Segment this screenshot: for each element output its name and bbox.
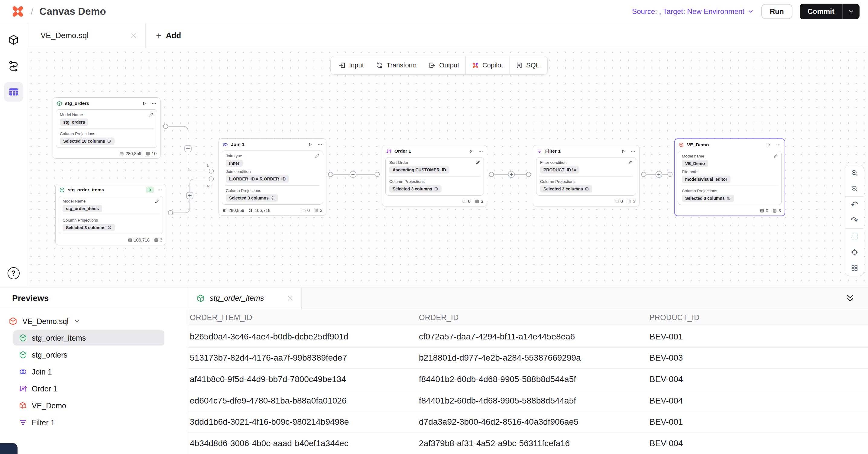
edit-icon[interactable] [475, 160, 480, 165]
output-port[interactable] [642, 172, 646, 177]
join-condition-pill[interactable]: L.ORDER_ID = R.ORDER_ID [226, 175, 289, 183]
join-left-input-port[interactable] [209, 169, 214, 174]
node-menu-button[interactable] [776, 142, 781, 148]
dbt-logo-icon[interactable] [11, 4, 25, 19]
node-order-1[interactable]: Order 1 Sort Order Ascending CUSTOMER_ID… [382, 145, 487, 207]
node-menu-button[interactable] [478, 149, 483, 154]
node-header: Filter 1 [533, 145, 639, 157]
edit-icon[interactable] [773, 154, 778, 159]
input-port[interactable] [526, 172, 531, 177]
zoom-in-button[interactable] [845, 165, 864, 181]
close-icon[interactable] [286, 294, 294, 302]
output-port[interactable] [163, 124, 168, 129]
projections-pill[interactable]: Selected 3 columns [63, 224, 115, 231]
help-button[interactable]: ? [4, 264, 23, 283]
input-port[interactable] [375, 172, 380, 177]
edit-icon[interactable] [315, 154, 319, 158]
cube-icon [19, 351, 27, 359]
output-port[interactable] [489, 172, 494, 177]
node-join-1[interactable]: Join 1 Join type Inner Join condition L.… [218, 139, 327, 215]
field-label: Model Name [63, 199, 159, 204]
canvas[interactable]: L R Input Transform Output Copilot SQL [27, 48, 868, 287]
node-menu-button[interactable] [151, 101, 157, 106]
table-row: 3ddd1b6d-3021-4f16-b09c-980214b9498e d7d… [187, 412, 868, 433]
filter-condition-pill[interactable]: PRODUCT_ID != [540, 166, 579, 174]
sidebar-item-models[interactable] [4, 30, 23, 50]
add-output-button[interactable]: Output [423, 56, 465, 74]
node-menu-button[interactable] [317, 142, 322, 147]
assistant-widget[interactable] [0, 443, 18, 454]
add-tab-button[interactable]: + Add [156, 23, 181, 48]
run-node-button[interactable] [765, 142, 773, 148]
commit-dropdown-button[interactable] [843, 4, 860, 19]
run-node-button[interactable] [146, 186, 154, 193]
output-port[interactable] [168, 211, 173, 215]
sort-order-pill[interactable]: Ascending CUSTOMER_ID [389, 166, 450, 174]
projections-pill[interactable]: Selected 3 columns [389, 185, 441, 192]
layout-button[interactable] [845, 260, 864, 276]
projections-pill[interactable]: Selected 3 columns [682, 195, 734, 202]
sidebar-item-lineage[interactable] [4, 56, 23, 75]
cube-icon [19, 334, 27, 342]
add-label: Add [166, 31, 181, 40]
node-menu-button[interactable] [630, 149, 636, 154]
node-filter-1[interactable]: Filter 1 Filter condition PRODUCT_ID != … [533, 145, 640, 207]
node-stats: 0 3 [675, 207, 784, 215]
projections-pill[interactable]: Selected 3 columns [540, 185, 592, 192]
edit-icon[interactable] [628, 160, 632, 165]
tree-root-ve-demo-sql[interactable]: VE_Demo.sql [8, 315, 187, 328]
run-node-button[interactable] [306, 141, 314, 148]
node-stg-order-items[interactable]: stg_order_items Model Name stg_order_ite… [55, 184, 166, 245]
row-count: 0 [614, 199, 623, 204]
chevron-down-icon[interactable] [73, 318, 81, 325]
tree-item-stg-order-items[interactable]: stg_order_items [13, 330, 164, 345]
preview-tab-stg-order-items[interactable]: stg_order_items [187, 287, 302, 309]
model-name-pill[interactable]: stg_order_items [63, 205, 102, 212]
column-header: PRODUCT_ID [650, 313, 868, 322]
run-node-button[interactable] [467, 148, 475, 154]
tree-item-join-1[interactable]: Join 1 [13, 364, 164, 379]
add-input-button[interactable]: Input [333, 56, 370, 74]
sidebar-item-canvas[interactable] [4, 82, 23, 101]
rows-icon [614, 199, 619, 204]
redo-button[interactable]: ↷ [845, 212, 864, 228]
center-button[interactable] [845, 244, 864, 260]
run-node-button[interactable] [140, 100, 148, 107]
sql-button[interactable]: SQL [509, 56, 546, 74]
tree-item-order-1[interactable]: Order 1 [13, 381, 164, 396]
environment-selector[interactable]: Source: , Target: New Environment [632, 7, 754, 16]
output-port[interactable] [329, 172, 333, 177]
input-icon [339, 62, 346, 69]
edit-icon[interactable] [154, 199, 159, 204]
copilot-button[interactable]: Copilot [466, 56, 509, 74]
zoom-out-button[interactable] [845, 181, 864, 196]
tab-ve-demo-sql[interactable]: VE_Demo.sql [27, 23, 146, 48]
undo-button[interactable]: ↶ [845, 197, 864, 212]
tree-item-ve-demo[interactable]: VE_Demo [13, 398, 164, 413]
join-type-pill[interactable]: Inner [226, 160, 243, 167]
file-path-pill[interactable]: models/visual_editor [682, 176, 731, 183]
model-name-pill[interactable]: VE_Demo [682, 160, 708, 167]
commit-button[interactable]: Commit [800, 4, 842, 19]
tree-item-filter-1[interactable]: Filter 1 [13, 415, 164, 430]
columns-icon [314, 208, 318, 213]
projections-pill[interactable]: Selected 10 columns [60, 138, 115, 145]
input-port[interactable] [668, 172, 673, 177]
join-right-input-port[interactable] [209, 177, 214, 181]
node-stg-orders[interactable]: stg_orders Model Name stg_orders Column … [53, 97, 160, 159]
field-label: Join type [226, 154, 319, 158]
info-icon [726, 196, 731, 201]
run-node-button[interactable] [619, 148, 627, 154]
node-ve-demo[interactable]: VE_Demo Model name VE_Demo File path mod… [674, 139, 785, 216]
node-menu-button[interactable] [157, 187, 162, 192]
edit-icon[interactable] [149, 113, 154, 117]
filter-icon [537, 148, 542, 154]
fit-view-button[interactable] [845, 229, 864, 244]
tree-item-stg-orders[interactable]: stg_orders [13, 347, 164, 362]
projections-pill[interactable]: Selected 3 columns [226, 194, 278, 202]
add-transform-button[interactable]: Transform [370, 56, 423, 74]
close-icon[interactable] [130, 32, 137, 39]
model-name-pill[interactable]: stg_orders [60, 119, 88, 126]
collapse-panel-button[interactable] [845, 293, 855, 303]
run-button[interactable]: Run [761, 4, 793, 19]
